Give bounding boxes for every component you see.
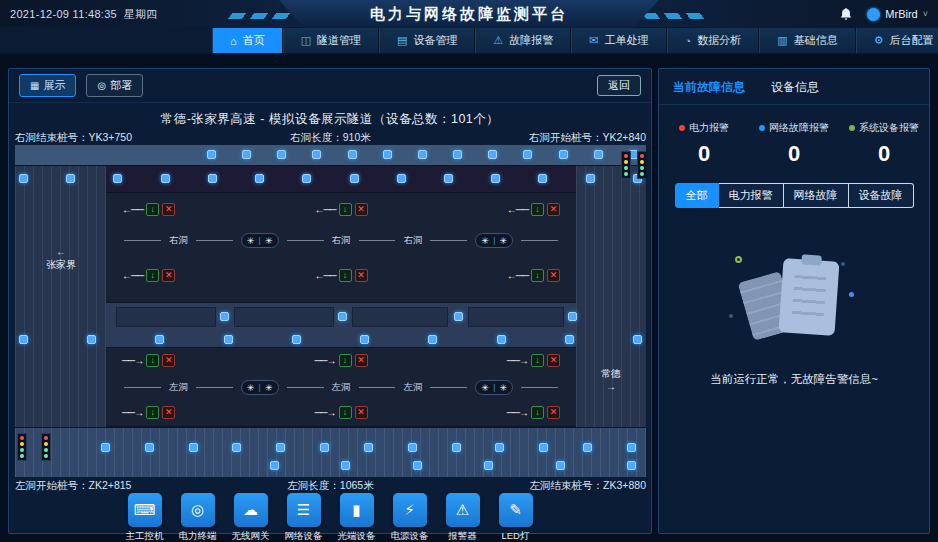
traffic-light[interactable] [621,151,631,179]
tab-current-fault-info[interactable]: 当前故障信息 [673,79,745,96]
device-icon[interactable] [360,335,369,344]
tab-work-order[interactable]: ✉工单处理 [571,28,666,53]
device-icon[interactable] [453,150,462,159]
device-icon[interactable] [350,174,359,183]
device-icon[interactable] [87,335,96,344]
device-icon[interactable] [484,461,493,470]
device-icon[interactable] [454,312,463,321]
filter-network-fault[interactable]: 网络故障 [784,183,849,208]
device-icon[interactable] [255,174,264,183]
device-icon[interactable] [338,312,347,321]
device-icon[interactable] [556,461,565,470]
tab-device-manage[interactable]: ▤设备管理 [379,28,475,53]
device-icon[interactable] [568,312,577,321]
device-icon[interactable] [113,174,122,183]
lane-sign-group[interactable]: ←──↓✕ [507,269,560,282]
device-icon[interactable] [101,443,110,452]
device-icon[interactable] [19,174,28,183]
tab-home[interactable]: ⌂首页 [212,28,283,53]
device-icon[interactable] [341,461,350,470]
device-icon[interactable] [633,335,642,344]
device-icon[interactable] [444,174,453,183]
device-icon[interactable] [627,461,636,470]
filter-device-fault[interactable]: 设备故障 [849,183,914,208]
device-icon[interactable] [413,461,422,470]
device-icon[interactable] [276,443,285,452]
device-icon[interactable] [418,150,427,159]
device-icon[interactable] [594,150,603,159]
deploy-button[interactable]: ◎部署 [86,74,143,97]
device-icon[interactable] [383,150,392,159]
lane-sign-group[interactable]: ──→↓✕ [122,354,175,367]
alarm-stats: 电力报警 0 网络故障报警 0 系统设备报警 0 [659,117,929,167]
traffic-light[interactable] [637,151,646,179]
jet-fan-pair[interactable]: ✳❘✳ [475,380,513,395]
device-icon[interactable] [539,443,548,452]
back-button[interactable]: 返回 [597,75,641,96]
user-menu[interactable]: MrBird ˅ [867,8,928,21]
lane-sign-group[interactable]: ←──↓✕ [507,203,560,216]
filter-power-alarm[interactable]: 电力报警 [719,183,784,208]
notification-bell-icon[interactable] [839,7,853,21]
lane-sign-group[interactable]: ──→↓✕ [507,354,560,367]
device-icon[interactable] [586,174,595,183]
jet-fan-pair[interactable]: ✳❘✳ [241,233,279,248]
device-icon[interactable] [161,174,170,183]
device-icon[interactable] [408,443,417,452]
tab-base-info[interactable]: ▥基础信息 [759,28,855,53]
device-icon[interactable] [348,150,357,159]
device-icon[interactable] [627,443,636,452]
device-icon[interactable] [559,150,568,159]
lane-sign-group[interactable]: ←──↓✕ [122,203,175,216]
lane-sign-group[interactable]: ──→↓✕ [314,354,367,367]
traffic-light[interactable] [17,433,27,461]
device-icon[interactable] [220,312,229,321]
lane-sign-group[interactable]: ──→↓✕ [507,406,560,419]
device-icon[interactable] [292,335,301,344]
device-icon[interactable] [207,150,216,159]
device-icon[interactable] [312,150,321,159]
device-icon[interactable] [277,150,286,159]
device-icon[interactable] [242,150,251,159]
tab-fault-alarm[interactable]: ⚠故障报警 [475,28,571,53]
device-icon[interactable] [320,443,329,452]
device-icon[interactable] [495,443,504,452]
traffic-light[interactable] [41,433,51,461]
device-icon[interactable] [208,174,217,183]
device-icon[interactable] [428,335,437,344]
show-button[interactable]: ▦展示 [19,74,76,97]
lane-sign-group[interactable]: ←──↓✕ [314,203,367,216]
lane-sign-group[interactable]: ←──↓✕ [314,269,367,282]
device-icon[interactable] [19,335,28,344]
device-icon[interactable] [232,443,241,452]
device-icon[interactable] [491,174,500,183]
device-icon[interactable] [565,335,574,344]
lane-sign-group[interactable]: ──→↓✕ [314,406,367,419]
tab-backend-config[interactable]: ⚙后台配置 [856,28,938,53]
device-icon[interactable] [497,335,506,344]
device-icon[interactable] [397,174,406,183]
tab-tunnel-manage[interactable]: ◫隧道管理 [283,28,379,53]
jet-fan-pair[interactable]: ✳❘✳ [475,233,513,248]
cross-passage [234,307,334,327]
device-icon[interactable] [452,443,461,452]
device-icon[interactable] [488,150,497,159]
device-row-bottom [101,443,636,452]
tab-device-info[interactable]: 设备信息 [771,79,819,96]
tab-data-analysis[interactable]: ◔数据分析 [667,28,760,53]
jet-fan-pair[interactable]: ✳❘✳ [241,380,279,395]
device-icon[interactable] [523,150,532,159]
lane-sign-group[interactable]: ──→↓✕ [122,406,175,419]
device-icon[interactable] [155,335,164,344]
device-icon[interactable] [224,335,233,344]
device-icon[interactable] [364,443,373,452]
device-icon[interactable] [302,174,311,183]
device-icon[interactable] [583,443,592,452]
filter-all[interactable]: 全部 [675,183,719,208]
device-icon[interactable] [145,443,154,452]
lane-sign-group[interactable]: ←──↓✕ [122,269,175,282]
device-icon[interactable] [270,461,279,470]
device-icon[interactable] [66,174,75,183]
device-icon[interactable] [189,443,198,452]
device-icon[interactable] [538,174,547,183]
